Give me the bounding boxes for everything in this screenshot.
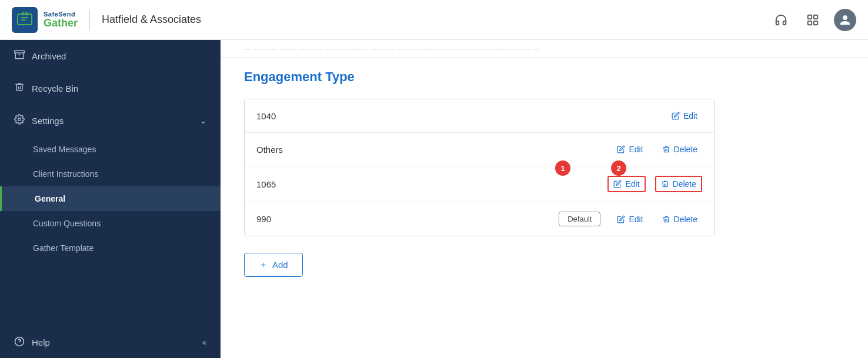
svg-rect-3 [22,12,24,15]
add-button[interactable]: ＋ Add [244,253,303,277]
sidebar-sub-label-saved-messages: Saved Messages [33,145,96,154]
logo-safesend: SafeSend [44,11,78,18]
svg-rect-6 [814,15,817,18]
sidebar-item-settings[interactable]: Settings ⌄ [0,105,221,137]
sidebar-sub-item-saved-messages[interactable]: Saved Messages [0,137,221,162]
logo-text: SafeSend Gather [44,11,78,29]
add-label: Add [272,260,288,270]
sidebar-footer-label: Help [32,337,50,347]
main-content: — — — — — — — — — — — — — — — — — — — — … [221,40,868,358]
edit-label: Edit [629,145,643,154]
delete-button-1065[interactable]: Delete [655,176,702,192]
sidebar-sub-label-general: General [35,194,65,203]
sidebar-sub-item-general[interactable]: General [0,186,221,211]
svg-rect-2 [21,19,26,21]
row-actions: Edit [667,109,702,123]
headset-button[interactable] [770,9,792,31]
trash-icon [14,82,25,95]
edit-button-others[interactable]: Edit [612,142,647,156]
svg-rect-9 [15,51,25,53]
row-label: 1040 [256,111,667,121]
delete-label: Delete [674,215,697,224]
header-divider [89,9,90,31]
row-label: 1065 [256,179,607,189]
table-row: 1040 Edit [245,99,714,133]
sidebar-label-archived: Archived [32,51,66,61]
step-badge-2: 2 [611,160,626,176]
step-badge-1: 1 [555,160,570,176]
delete-label: Delete [673,179,696,189]
scroll-hint: — — — — — — — — — — — — — — — — — — — — … [221,40,868,58]
sidebar-sub-label-custom-questions: Custom Questions [33,219,101,228]
content-inner: Engagement Type 1040 Edit [221,58,868,300]
sidebar-label-recycle-bin: Recycle Bin [32,83,78,93]
sidebar-sub-item-gather-template[interactable]: Gather Template [0,236,221,260]
sidebar-sub-label-client-instructions: Client Instructions [33,169,98,179]
edit-button-1065[interactable]: Edit [607,176,645,192]
svg-rect-1 [21,17,28,18]
avatar[interactable] [834,9,856,31]
row-actions: Edit Delete [612,142,702,156]
delete-label: Delete [674,145,697,154]
sidebar: Archived Recycle Bin Settings [0,40,221,358]
edit-button-990[interactable]: Edit [612,212,647,226]
help-icon [14,336,25,349]
sidebar-footer-help[interactable]: Help « [0,327,221,358]
sidebar-label-settings: Settings [32,116,64,126]
logo-icon [12,7,38,33]
edit-label: Edit [625,179,639,189]
sidebar-item-recycle-bin[interactable]: Recycle Bin [0,72,221,105]
table-row-1065: 1 2 1065 Edit [245,166,714,202]
svg-rect-8 [808,21,812,24]
delete-button-others[interactable]: Delete [657,142,702,156]
row-actions: Default Edit [559,212,702,226]
edit-button-1040[interactable]: Edit [667,109,702,123]
svg-rect-7 [814,21,817,24]
engagement-table: 1040 Edit Others [244,99,715,236]
table-row: Others Edit [245,133,714,166]
sidebar-sub-label-gather-template: Gather Template [33,243,94,253]
edit-label: Edit [683,111,697,121]
row-actions: Edit Delete [607,176,702,192]
logo-gather: Gather [44,18,78,29]
svg-rect-5 [808,15,812,18]
gear-icon [14,114,25,128]
header-icons [770,9,856,31]
sidebar-sub-item-custom-questions[interactable]: Custom Questions [0,211,221,236]
archive-icon [14,49,25,63]
collapse-icon[interactable]: « [202,338,206,347]
delete-button-990[interactable]: Delete [657,212,702,226]
default-badge: Default [559,212,600,226]
sidebar-item-archived[interactable]: Archived [0,40,221,72]
edit-label: Edit [629,215,643,224]
firm-name: Hatfield & Associates [102,14,201,26]
section-title: Engagement Type [244,69,844,85]
apps-button[interactable] [802,9,823,31]
row-label: 990 [256,214,559,224]
svg-point-11 [18,118,21,121]
chevron-down-icon: ⌄ [200,116,206,125]
header: SafeSend Gather Hatfield & Associates [0,0,868,40]
logo-area: SafeSend Gather [12,7,78,33]
svg-rect-4 [25,12,28,15]
sidebar-sub-item-client-instructions[interactable]: Client Instructions [0,162,221,186]
add-icon: ＋ [259,259,268,270]
app-body: Archived Recycle Bin Settings [0,40,868,358]
row-label: Others [256,145,612,155]
table-row-990: 990 Default Edit [245,202,714,236]
